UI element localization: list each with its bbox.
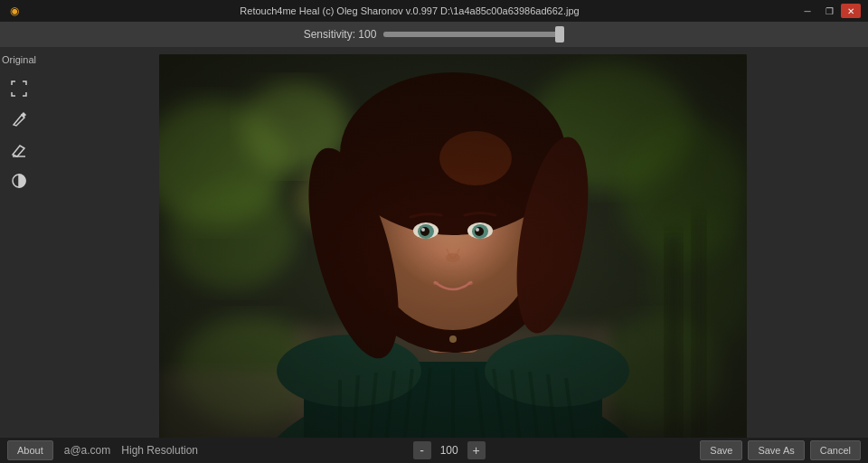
zoom-minus-button[interactable]: - — [413, 441, 431, 459]
window-title: Retouch4me Heal (c) Oleg Sharonov v.0.99… — [22, 5, 797, 16]
zoom-control: - 100 + — [413, 441, 486, 459]
fit-to-screen-tool[interactable] — [6, 76, 32, 101]
slider-thumb[interactable] — [555, 26, 564, 43]
save-as-button[interactable]: Save As — [748, 440, 804, 460]
zoom-value: 100 — [437, 444, 462, 457]
window-controls: ─ ❐ ✕ — [797, 4, 861, 18]
svg-rect-52 — [159, 54, 747, 438]
sensitivity-label: Sensitivity: 100 — [304, 28, 377, 41]
main-area: Original — [0, 47, 868, 438]
statusbar-left: About a@a.com High Resolution — [7, 440, 198, 460]
toolbar: Sensitivity: 100 — [0, 22, 868, 47]
restore-button[interactable]: ❐ — [819, 4, 839, 18]
statusbar: About a@a.com High Resolution - 100 + Sa… — [0, 438, 868, 463]
image-canvas[interactable] — [159, 54, 747, 438]
slider-fill — [383, 32, 564, 37]
titlebar: ◉ Retouch4me Heal (c) Oleg Sharonov v.0.… — [0, 0, 868, 22]
original-label: Original — [2, 54, 36, 65]
brush-tool[interactable] — [6, 107, 32, 132]
image-area[interactable] — [38, 47, 868, 438]
cancel-button[interactable]: Cancel — [810, 440, 861, 460]
close-button[interactable]: ✕ — [841, 4, 861, 18]
about-button[interactable]: About — [7, 440, 53, 460]
zoom-plus-button[interactable]: + — [467, 441, 486, 459]
eraser-tool[interactable] — [6, 137, 32, 163]
email-label: a@a.com — [64, 444, 111, 457]
contrast-tool[interactable] — [6, 168, 32, 194]
app-icon: ◉ — [7, 4, 22, 18]
sensitivity-slider[interactable] — [383, 32, 564, 37]
sidebar: Original — [0, 47, 38, 438]
minimize-button[interactable]: ─ — [797, 4, 817, 18]
statusbar-right: Save Save As Cancel — [700, 440, 861, 460]
sensitivity-control[interactable]: Sensitivity: 100 — [304, 28, 565, 41]
save-button[interactable]: Save — [700, 440, 742, 460]
resolution-label: High Resolution — [121, 444, 198, 457]
portrait-image — [159, 54, 747, 438]
